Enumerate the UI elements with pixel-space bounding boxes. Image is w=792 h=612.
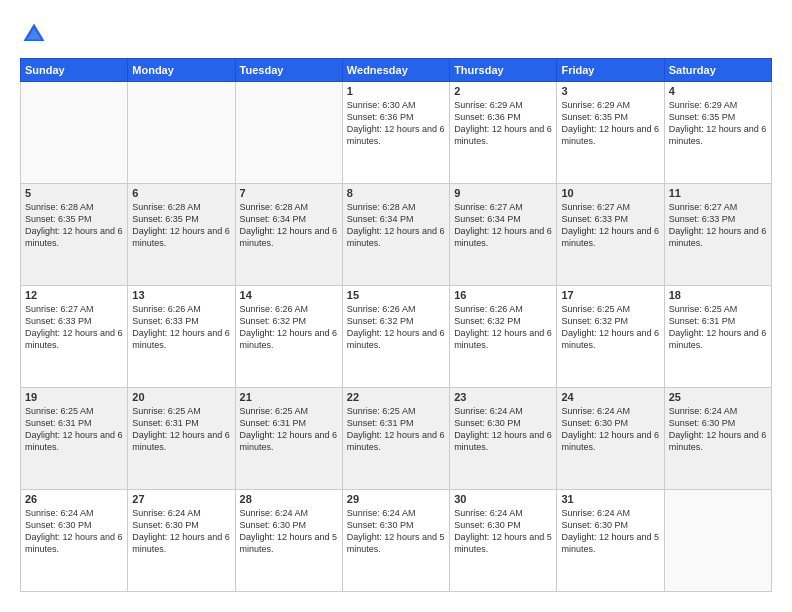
weekday-header-monday: Monday [128, 59, 235, 82]
calendar-cell: 14Sunrise: 6:26 AM Sunset: 6:32 PM Dayli… [235, 286, 342, 388]
cell-text: Sunrise: 6:28 AM Sunset: 6:34 PM Dayligh… [347, 201, 445, 250]
calendar-cell: 18Sunrise: 6:25 AM Sunset: 6:31 PM Dayli… [664, 286, 771, 388]
page: SundayMondayTuesdayWednesdayThursdayFrid… [0, 0, 792, 612]
calendar-cell [235, 82, 342, 184]
calendar-week-row: 12Sunrise: 6:27 AM Sunset: 6:33 PM Dayli… [21, 286, 772, 388]
day-number: 6 [132, 187, 230, 199]
cell-text: Sunrise: 6:25 AM Sunset: 6:31 PM Dayligh… [25, 405, 123, 454]
calendar-table: SundayMondayTuesdayWednesdayThursdayFrid… [20, 58, 772, 592]
header [20, 20, 772, 48]
calendar-cell: 6Sunrise: 6:28 AM Sunset: 6:35 PM Daylig… [128, 184, 235, 286]
day-number: 28 [240, 493, 338, 505]
day-number: 16 [454, 289, 552, 301]
calendar-cell: 15Sunrise: 6:26 AM Sunset: 6:32 PM Dayli… [342, 286, 449, 388]
calendar-week-row: 19Sunrise: 6:25 AM Sunset: 6:31 PM Dayli… [21, 388, 772, 490]
day-number: 20 [132, 391, 230, 403]
cell-text: Sunrise: 6:27 AM Sunset: 6:34 PM Dayligh… [454, 201, 552, 250]
cell-text: Sunrise: 6:25 AM Sunset: 6:32 PM Dayligh… [561, 303, 659, 352]
cell-text: Sunrise: 6:27 AM Sunset: 6:33 PM Dayligh… [25, 303, 123, 352]
cell-text: Sunrise: 6:24 AM Sunset: 6:30 PM Dayligh… [561, 507, 659, 556]
calendar-cell [21, 82, 128, 184]
calendar-cell: 24Sunrise: 6:24 AM Sunset: 6:30 PM Dayli… [557, 388, 664, 490]
calendar-cell: 2Sunrise: 6:29 AM Sunset: 6:36 PM Daylig… [450, 82, 557, 184]
weekday-header-wednesday: Wednesday [342, 59, 449, 82]
cell-text: Sunrise: 6:24 AM Sunset: 6:30 PM Dayligh… [454, 405, 552, 454]
weekday-header-saturday: Saturday [664, 59, 771, 82]
calendar-cell: 4Sunrise: 6:29 AM Sunset: 6:35 PM Daylig… [664, 82, 771, 184]
day-number: 7 [240, 187, 338, 199]
cell-text: Sunrise: 6:29 AM Sunset: 6:36 PM Dayligh… [454, 99, 552, 148]
calendar-week-row: 5Sunrise: 6:28 AM Sunset: 6:35 PM Daylig… [21, 184, 772, 286]
calendar-cell: 16Sunrise: 6:26 AM Sunset: 6:32 PM Dayli… [450, 286, 557, 388]
day-number: 10 [561, 187, 659, 199]
cell-text: Sunrise: 6:25 AM Sunset: 6:31 PM Dayligh… [240, 405, 338, 454]
calendar-cell: 31Sunrise: 6:24 AM Sunset: 6:30 PM Dayli… [557, 490, 664, 592]
day-number: 18 [669, 289, 767, 301]
calendar-cell: 3Sunrise: 6:29 AM Sunset: 6:35 PM Daylig… [557, 82, 664, 184]
day-number: 26 [25, 493, 123, 505]
calendar-cell: 17Sunrise: 6:25 AM Sunset: 6:32 PM Dayli… [557, 286, 664, 388]
day-number: 19 [25, 391, 123, 403]
calendar-cell: 8Sunrise: 6:28 AM Sunset: 6:34 PM Daylig… [342, 184, 449, 286]
calendar-week-row: 26Sunrise: 6:24 AM Sunset: 6:30 PM Dayli… [21, 490, 772, 592]
calendar-cell: 26Sunrise: 6:24 AM Sunset: 6:30 PM Dayli… [21, 490, 128, 592]
cell-text: Sunrise: 6:30 AM Sunset: 6:36 PM Dayligh… [347, 99, 445, 148]
day-number: 14 [240, 289, 338, 301]
calendar-header-row: SundayMondayTuesdayWednesdayThursdayFrid… [21, 59, 772, 82]
day-number: 15 [347, 289, 445, 301]
calendar-week-row: 1Sunrise: 6:30 AM Sunset: 6:36 PM Daylig… [21, 82, 772, 184]
calendar-cell [664, 490, 771, 592]
cell-text: Sunrise: 6:26 AM Sunset: 6:32 PM Dayligh… [454, 303, 552, 352]
day-number: 3 [561, 85, 659, 97]
calendar-cell: 5Sunrise: 6:28 AM Sunset: 6:35 PM Daylig… [21, 184, 128, 286]
calendar-cell: 29Sunrise: 6:24 AM Sunset: 6:30 PM Dayli… [342, 490, 449, 592]
calendar-cell: 22Sunrise: 6:25 AM Sunset: 6:31 PM Dayli… [342, 388, 449, 490]
calendar-cell: 12Sunrise: 6:27 AM Sunset: 6:33 PM Dayli… [21, 286, 128, 388]
cell-text: Sunrise: 6:24 AM Sunset: 6:30 PM Dayligh… [132, 507, 230, 556]
calendar-cell: 19Sunrise: 6:25 AM Sunset: 6:31 PM Dayli… [21, 388, 128, 490]
cell-text: Sunrise: 6:26 AM Sunset: 6:32 PM Dayligh… [347, 303, 445, 352]
day-number: 30 [454, 493, 552, 505]
cell-text: Sunrise: 6:26 AM Sunset: 6:33 PM Dayligh… [132, 303, 230, 352]
day-number: 13 [132, 289, 230, 301]
day-number: 23 [454, 391, 552, 403]
cell-text: Sunrise: 6:29 AM Sunset: 6:35 PM Dayligh… [561, 99, 659, 148]
cell-text: Sunrise: 6:24 AM Sunset: 6:30 PM Dayligh… [669, 405, 767, 454]
cell-text: Sunrise: 6:25 AM Sunset: 6:31 PM Dayligh… [132, 405, 230, 454]
day-number: 25 [669, 391, 767, 403]
day-number: 21 [240, 391, 338, 403]
calendar-cell: 27Sunrise: 6:24 AM Sunset: 6:30 PM Dayli… [128, 490, 235, 592]
cell-text: Sunrise: 6:26 AM Sunset: 6:32 PM Dayligh… [240, 303, 338, 352]
cell-text: Sunrise: 6:27 AM Sunset: 6:33 PM Dayligh… [561, 201, 659, 250]
calendar-cell: 23Sunrise: 6:24 AM Sunset: 6:30 PM Dayli… [450, 388, 557, 490]
day-number: 31 [561, 493, 659, 505]
calendar-cell: 25Sunrise: 6:24 AM Sunset: 6:30 PM Dayli… [664, 388, 771, 490]
day-number: 22 [347, 391, 445, 403]
day-number: 4 [669, 85, 767, 97]
day-number: 8 [347, 187, 445, 199]
weekday-header-thursday: Thursday [450, 59, 557, 82]
cell-text: Sunrise: 6:24 AM Sunset: 6:30 PM Dayligh… [561, 405, 659, 454]
cell-text: Sunrise: 6:28 AM Sunset: 6:34 PM Dayligh… [240, 201, 338, 250]
cell-text: Sunrise: 6:24 AM Sunset: 6:30 PM Dayligh… [347, 507, 445, 556]
cell-text: Sunrise: 6:24 AM Sunset: 6:30 PM Dayligh… [25, 507, 123, 556]
calendar-cell: 20Sunrise: 6:25 AM Sunset: 6:31 PM Dayli… [128, 388, 235, 490]
logo [20, 20, 52, 48]
day-number: 12 [25, 289, 123, 301]
calendar-cell: 11Sunrise: 6:27 AM Sunset: 6:33 PM Dayli… [664, 184, 771, 286]
day-number: 29 [347, 493, 445, 505]
day-number: 1 [347, 85, 445, 97]
calendar-cell: 7Sunrise: 6:28 AM Sunset: 6:34 PM Daylig… [235, 184, 342, 286]
logo-icon [20, 20, 48, 48]
day-number: 17 [561, 289, 659, 301]
weekday-header-tuesday: Tuesday [235, 59, 342, 82]
day-number: 11 [669, 187, 767, 199]
cell-text: Sunrise: 6:29 AM Sunset: 6:35 PM Dayligh… [669, 99, 767, 148]
day-number: 5 [25, 187, 123, 199]
weekday-header-friday: Friday [557, 59, 664, 82]
calendar-cell: 1Sunrise: 6:30 AM Sunset: 6:36 PM Daylig… [342, 82, 449, 184]
cell-text: Sunrise: 6:25 AM Sunset: 6:31 PM Dayligh… [347, 405, 445, 454]
weekday-header-sunday: Sunday [21, 59, 128, 82]
calendar-cell: 28Sunrise: 6:24 AM Sunset: 6:30 PM Dayli… [235, 490, 342, 592]
cell-text: Sunrise: 6:25 AM Sunset: 6:31 PM Dayligh… [669, 303, 767, 352]
